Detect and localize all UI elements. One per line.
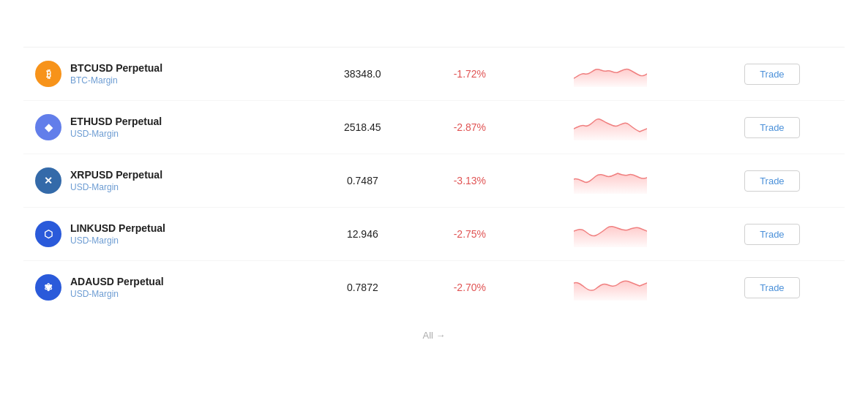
all-markets-link[interactable]: All → [422, 330, 445, 341]
chart-linkusd [521, 208, 699, 261]
trade-button-btcusd[interactable]: Trade [744, 64, 799, 85]
coin-icon-linkusd: ⬡ [35, 221, 61, 247]
action-cell-linkusd: Trade [700, 208, 845, 261]
symbol-cell-btcusd: ₿ BTCUSD Perpetual BTC-Margin [35, 61, 295, 87]
trade-button-linkusd[interactable]: Trade [744, 224, 799, 245]
symbol-name-adausd: ADAUSD Perpetual [70, 276, 164, 287]
trade-button-ethusd[interactable]: Trade [744, 117, 799, 138]
symbol-cell-ethusd: ◆ ETHUSD Perpetual USD-Margin [35, 114, 295, 140]
table-row: ₿ BTCUSD Perpetual BTC-Margin 38348.0 -1… [23, 48, 845, 101]
chart-xrpusd [521, 154, 699, 208]
col-header-last-price [307, 32, 418, 48]
symbol-name-ethusd: ETHUSD Perpetual [70, 116, 162, 127]
chart-ethusd [521, 101, 699, 154]
trade-button-xrpusd[interactable]: Trade [744, 170, 799, 192]
symbol-cell-linkusd: ⬡ LINKUSD Perpetual USD-Margin [35, 221, 295, 247]
symbol-cell-adausd: ✾ ADAUSD Perpetual USD-Margin [35, 274, 295, 301]
symbol-margin-linkusd: USD-Margin [70, 235, 165, 246]
markets-table: ₿ BTCUSD Perpetual BTC-Margin 38348.0 -1… [23, 32, 845, 314]
col-header-change [418, 32, 521, 48]
symbol-name-btcusd: BTCUSD Perpetual [70, 62, 162, 74]
symbol-name-linkusd: LINKUSD Perpetual [70, 222, 165, 234]
last-price-ethusd: 2518.45 [307, 101, 418, 154]
action-cell-btcusd: Trade [700, 48, 845, 101]
table-row: ⬡ LINKUSD Perpetual USD-Margin 12.946 -2… [23, 208, 845, 261]
last-price-xrpusd: 0.7487 [307, 154, 418, 208]
change-adausd: -2.70% [418, 261, 521, 314]
symbol-cell-xrpusd: ✕ XRPUSD Perpetual USD-Margin [35, 167, 295, 194]
chart-btcusd [521, 48, 699, 101]
coin-icon-ethusd: ◆ [35, 114, 61, 140]
action-cell-adausd: Trade [700, 261, 845, 314]
change-ethusd: -2.87% [418, 101, 521, 154]
coin-icon-btcusd: ₿ [35, 61, 61, 87]
last-price-linkusd: 12.946 [307, 208, 418, 261]
last-price-btcusd: 38348.0 [307, 48, 418, 101]
symbol-margin-adausd: USD-Margin [70, 289, 164, 299]
col-header-chart [521, 32, 699, 48]
col-header-symbol [23, 32, 307, 48]
symbol-margin-btcusd: BTC-Margin [70, 75, 162, 86]
symbol-name-xrpusd: XRPUSD Perpetual [70, 169, 162, 181]
action-cell-xrpusd: Trade [700, 154, 845, 208]
coin-icon-xrpusd: ✕ [35, 167, 61, 194]
table-row: ✕ XRPUSD Perpetual USD-Margin 0.7487 -3.… [23, 154, 845, 208]
table-row: ✾ ADAUSD Perpetual USD-Margin 0.7872 -2.… [23, 261, 845, 314]
table-row: ◆ ETHUSD Perpetual USD-Margin 2518.45 -2… [23, 101, 845, 154]
chart-adausd [521, 261, 699, 314]
col-header-action [700, 32, 845, 48]
trade-button-adausd[interactable]: Trade [744, 277, 799, 298]
last-price-adausd: 0.7872 [307, 261, 418, 314]
change-xrpusd: -3.13% [418, 154, 521, 208]
change-linkusd: -2.75% [418, 208, 521, 261]
symbol-margin-xrpusd: USD-Margin [70, 182, 162, 192]
change-btcusd: -1.72% [418, 48, 521, 101]
coin-icon-adausd: ✾ [35, 274, 61, 301]
symbol-margin-ethusd: USD-Margin [70, 129, 162, 139]
action-cell-ethusd: Trade [700, 101, 845, 154]
